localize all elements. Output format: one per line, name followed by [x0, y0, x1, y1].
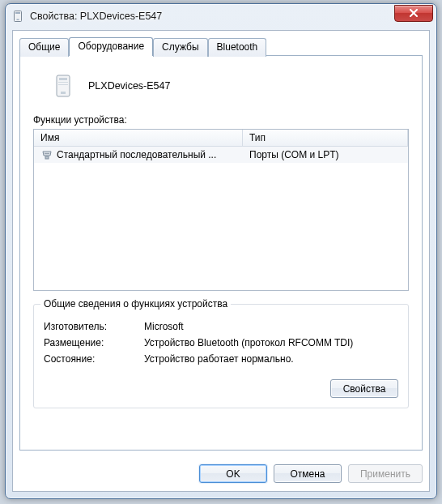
- column-type[interactable]: Тип: [243, 130, 408, 146]
- details-title: Общие сведения о функциях устройства: [40, 298, 231, 310]
- tab-hardware[interactable]: Оборудование: [69, 37, 153, 56]
- device-header: PLXDevices-E547: [49, 72, 409, 100]
- device-icon: [49, 72, 77, 100]
- svg-point-9: [46, 153, 48, 155]
- manufacturer-label: Изготовитель:: [44, 321, 144, 332]
- tab-services[interactable]: Службы: [153, 38, 207, 57]
- svg-rect-5: [58, 82, 68, 83]
- apply-button[interactable]: Применить: [348, 464, 423, 483]
- properties-window: Свойства: PLXDevices-E547 Общие Оборудов…: [5, 3, 437, 499]
- client-area: Общие Оборудование Службы Bluetooth PLXD…: [12, 30, 430, 492]
- location-label: Размещение:: [44, 337, 144, 348]
- device-name: PLXDevices-E547: [88, 80, 170, 92]
- column-name[interactable]: Имя: [34, 130, 243, 146]
- tab-panel-hardware: PLXDevices-E547 Функции устройства: Имя …: [19, 55, 423, 451]
- svg-point-8: [45, 153, 46, 155]
- device-details-group: Общие сведения о функциях устройства Изг…: [33, 304, 409, 408]
- svg-rect-7: [61, 92, 66, 94]
- dialog-buttons: OK Отмена Применить: [19, 464, 423, 483]
- svg-rect-1: [15, 12, 20, 14]
- properties-button[interactable]: Свойства: [330, 379, 398, 398]
- svg-rect-11: [45, 156, 49, 159]
- window-title: Свойства: PLXDevices-E547: [30, 11, 394, 22]
- svg-point-10: [48, 153, 49, 155]
- cancel-button[interactable]: Отмена: [274, 464, 342, 483]
- manufacturer-value: Microsoft: [144, 321, 398, 332]
- status-value: Устройство работает нормально.: [144, 353, 398, 365]
- close-icon: [409, 9, 419, 17]
- device-functions-list[interactable]: Имя Тип: [33, 129, 409, 291]
- ok-button[interactable]: OK: [199, 464, 267, 483]
- titlebar[interactable]: Свойства: PLXDevices-E547: [6, 4, 436, 28]
- tab-bluetooth[interactable]: Bluetooth: [208, 38, 267, 57]
- system-menu-icon[interactable]: [12, 10, 25, 23]
- list-header: Имя Тип: [34, 130, 408, 147]
- list-item-type: Порты (COM и LPT): [243, 147, 408, 162]
- tabstrip: Общие Оборудование Службы Bluetooth: [19, 37, 423, 56]
- list-item[interactable]: Стандартный последовательный ... Порты (…: [34, 147, 408, 163]
- port-icon: [40, 148, 53, 161]
- location-value: Устройство Bluetooth (протокол RFCOMM TD…: [144, 337, 398, 348]
- status-label: Состояние:: [44, 353, 144, 365]
- svg-rect-6: [58, 84, 68, 85]
- close-button[interactable]: [394, 5, 433, 22]
- tab-general[interactable]: Общие: [19, 38, 69, 57]
- device-functions-label: Функции устройства:: [33, 114, 409, 126]
- svg-rect-2: [17, 19, 19, 21]
- list-item-name: Стандартный последовательный ...: [57, 149, 216, 160]
- svg-rect-4: [59, 78, 67, 80]
